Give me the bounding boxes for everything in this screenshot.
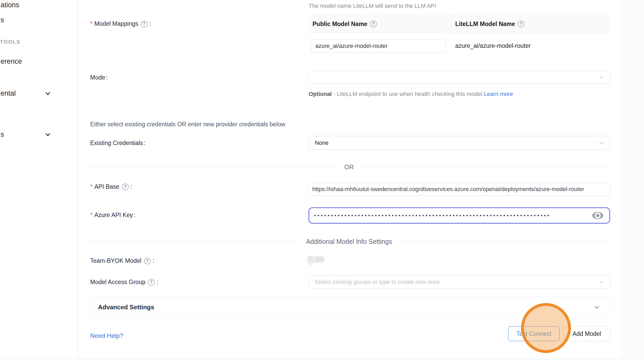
- sidebar-item-label: s: [1, 16, 4, 24]
- sidebar-item-label: erence: [1, 57, 22, 65]
- help-icon[interactable]: ?: [122, 184, 129, 190]
- chevron-down-icon: [598, 279, 605, 285]
- mode-label: Mode :: [90, 74, 108, 81]
- sidebar-section-label: TOOLS: [0, 39, 21, 45]
- table-header-row: Public Model Name ? LiteLLM Model Name ?: [308, 15, 610, 33]
- api-base-label: * API Base ? :: [90, 183, 132, 190]
- chevron-down-icon: [44, 90, 51, 97]
- team-byok-label: Team-BYOK Model ? :: [90, 257, 154, 264]
- help-icon[interactable]: ?: [148, 279, 155, 286]
- existing-credentials-value: None: [315, 140, 329, 146]
- column-header-litellm-model-name: LiteLLM Model Name ?: [451, 15, 610, 33]
- required-asterisk: *: [90, 183, 93, 190]
- help-icon[interactable]: ?: [518, 21, 524, 27]
- required-asterisk: *: [90, 212, 93, 219]
- mode-select[interactable]: [308, 71, 610, 84]
- page-background-strip: [0, 359, 644, 360]
- eye-icon: [592, 212, 603, 219]
- sidebar-item-models[interactable]: s: [1, 16, 4, 24]
- team-byok-toggle[interactable]: [307, 255, 325, 264]
- existing-credentials-label: Existing Credentials :: [90, 140, 146, 147]
- table-row: azure_ai/azure-model-router: [308, 33, 610, 59]
- public-model-name-input[interactable]: [311, 39, 446, 53]
- toggle-knob: [307, 255, 316, 264]
- existing-credentials-select[interactable]: None: [308, 136, 610, 150]
- model-access-group-placeholder: Select existing groups or type to create…: [315, 279, 440, 285]
- chevron-down-icon: [44, 131, 51, 138]
- sidebar: ations s TOOLS erence ental s: [0, 0, 77, 360]
- additional-model-info-divider-text: Additional Model Info Settings: [306, 238, 392, 245]
- azure-api-key-input[interactable]: ••••••••••••••••••••••••••••••••••••••••…: [308, 207, 610, 224]
- chevron-down-icon: [598, 140, 605, 146]
- need-help-link[interactable]: Need Help?: [90, 332, 123, 339]
- model-mappings-table: Public Model Name ? LiteLLM Model Name ?…: [308, 15, 610, 59]
- chevron-down-icon: [593, 304, 601, 311]
- credentials-note: Either select existing credentials OR en…: [90, 121, 285, 128]
- help-icon[interactable]: ?: [370, 21, 377, 27]
- azure-api-key-label: * Azure API Key :: [90, 212, 135, 219]
- required-asterisk: *: [90, 20, 93, 27]
- help-icon[interactable]: ?: [141, 21, 148, 27]
- sidebar-item-experimental[interactable]: ental: [1, 89, 16, 97]
- or-divider: OR: [88, 163, 610, 171]
- masked-api-key-value: ••••••••••••••••••••••••••••••••••••••••…: [314, 213, 549, 218]
- sidebar-item-label: s: [1, 130, 4, 138]
- api-base-input[interactable]: [308, 183, 610, 196]
- or-divider-text: OR: [344, 163, 354, 171]
- chevron-down-icon: [598, 74, 605, 81]
- sidebar-item-inference[interactable]: erence: [1, 57, 22, 66]
- mode-help-text: Optional - LiteLLM endpoint to use when …: [309, 89, 522, 99]
- sidebar-item-label: ations: [1, 1, 19, 9]
- add-model-button[interactable]: Add Model: [563, 326, 610, 341]
- advanced-settings-title: Advanced Settings: [98, 304, 593, 311]
- litellm-model-name-help-text: The model name LiteLLM will send to the …: [309, 3, 436, 9]
- sidebar-item-organizations[interactable]: ations: [1, 1, 19, 9]
- model-access-group-label: Model Access Group ? :: [90, 279, 158, 286]
- help-icon[interactable]: ?: [144, 258, 151, 264]
- model-access-group-select[interactable]: Select existing groups or type to create…: [308, 275, 610, 289]
- learn-more-link[interactable]: Learn more: [484, 91, 513, 97]
- add-model-page: ations s TOOLS erence ental s The model …: [0, 0, 644, 360]
- litellm-model-name-value: azure_ai/azure-model-router: [451, 42, 610, 49]
- model-mappings-label: * Model Mappings ? :: [90, 20, 151, 27]
- advanced-settings-panel[interactable]: Advanced Settings: [90, 296, 610, 318]
- sidebar-section-tools: TOOLS: [0, 39, 21, 45]
- sidebar-item-settings[interactable]: s: [1, 130, 4, 139]
- additional-model-info-divider: Additional Model Info Settings: [88, 238, 610, 245]
- toggle-password-visibility-button[interactable]: [592, 212, 603, 219]
- column-header-public-model-name: Public Model Name ?: [308, 15, 451, 33]
- test-connect-button[interactable]: Test Connect: [508, 326, 560, 341]
- sidebar-item-label: ental: [1, 89, 16, 97]
